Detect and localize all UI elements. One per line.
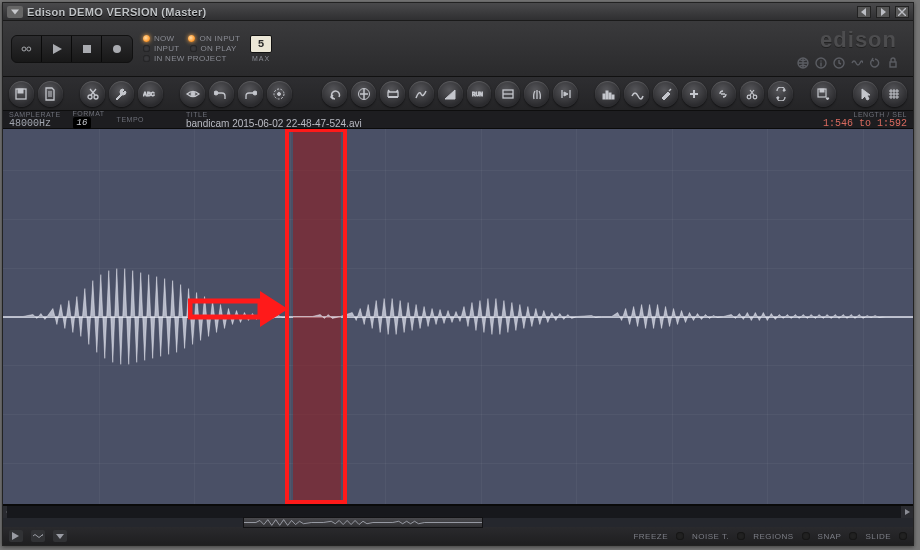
svg-rect-24 [612, 95, 614, 99]
svg-rect-21 [603, 94, 605, 99]
max-indicator: 5 MAX [250, 35, 272, 62]
tool-grid[interactable] [882, 81, 907, 107]
stop-button[interactable] [72, 36, 102, 62]
clock-icon[interactable] [833, 57, 845, 69]
tool-brush[interactable] [653, 81, 678, 107]
tool-eq[interactable] [624, 81, 649, 107]
lock-icon[interactable] [887, 57, 899, 69]
tool-cursor[interactable] [853, 81, 878, 107]
svg-text:ABC: ABC [143, 91, 155, 97]
format-field: FORMAT 16 [73, 110, 105, 129]
svg-rect-23 [609, 93, 611, 99]
svg-point-17 [278, 92, 281, 95]
tool-redo[interactable] [351, 81, 376, 107]
loop-button[interactable] [12, 36, 42, 62]
tool-link[interactable] [711, 81, 736, 107]
svg-rect-9 [18, 89, 23, 93]
overview-strip [3, 505, 913, 527]
tempo-field: TEMPO [117, 116, 144, 123]
window-title: Edison DEMO VERSION (Master) [27, 6, 207, 18]
status-dropdown-button[interactable] [53, 530, 67, 542]
radio-on-play[interactable] [190, 45, 197, 52]
slide-toggle[interactable] [899, 532, 907, 540]
svg-point-25 [747, 95, 751, 99]
brand-logo: edison [820, 27, 897, 53]
svg-point-14 [214, 91, 218, 95]
status-wave-button[interactable] [31, 530, 45, 542]
selection-field: LENGTH / SEL 1:546 to 1:592 [823, 111, 907, 129]
svg-point-3 [113, 45, 121, 53]
transport-group [11, 35, 133, 63]
overview-thumbnail[interactable] [243, 517, 483, 528]
wave-mini-icon[interactable] [851, 57, 863, 69]
radio-new-project[interactable] [143, 55, 150, 62]
tool-fade[interactable] [438, 81, 463, 107]
svg-point-0 [22, 47, 26, 51]
svg-point-15 [253, 91, 257, 95]
svg-point-26 [753, 95, 757, 99]
tool-scissors[interactable] [80, 81, 105, 107]
edison-window: Edison DEMO VERSION (Master) NOW ON INPU… [2, 2, 914, 546]
info-icon[interactable] [815, 57, 827, 69]
tool-eye[interactable] [180, 81, 205, 107]
tool-disk[interactable] [9, 81, 34, 107]
titlebar-menu-dropdown[interactable] [7, 6, 23, 18]
svg-point-1 [26, 47, 30, 51]
tool-horn-right[interactable] [238, 81, 263, 107]
titlebar-prev-button[interactable] [857, 6, 871, 18]
tool-horn-left[interactable] [209, 81, 234, 107]
radio-now[interactable] [143, 35, 150, 42]
close-button[interactable] [895, 6, 909, 18]
status-bar: FREEZE NOISE T. REGIONS SNAP SLIDE [3, 527, 913, 545]
tool-scissors2[interactable] [740, 81, 765, 107]
svg-rect-28 [820, 89, 824, 92]
tool-gate[interactable] [495, 81, 520, 107]
noise-toggle[interactable] [737, 532, 745, 540]
tool-spectrum[interactable] [595, 81, 620, 107]
control-strip: NOW ON INPUT INPUT ON PLAY IN NEW PROJEC… [3, 21, 913, 77]
svg-rect-2 [83, 45, 91, 53]
tool-plus[interactable] [682, 81, 707, 107]
record-mode-radios: NOW ON INPUT INPUT ON PLAY IN NEW PROJEC… [143, 34, 240, 63]
freeze-toggle[interactable] [676, 532, 684, 540]
svg-point-13 [191, 92, 195, 96]
tool-undo[interactable] [322, 81, 347, 107]
svg-rect-7 [890, 62, 896, 67]
tool-abc[interactable]: ABC [138, 81, 163, 107]
svg-rect-22 [606, 91, 608, 99]
svg-point-10 [88, 95, 92, 99]
tool-run[interactable]: RUN [467, 81, 492, 107]
regions-toggle[interactable] [802, 532, 810, 540]
tool-claw[interactable] [524, 81, 549, 107]
titlebar[interactable]: Edison DEMO VERSION (Master) [3, 3, 913, 21]
tool-wrench[interactable] [109, 81, 134, 107]
view-mini-icons [797, 57, 899, 69]
tool-swap[interactable] [768, 81, 793, 107]
status-play-button[interactable] [9, 530, 23, 542]
title-field: TITLE bandicam 2015-06-02 22-48-47-524.a… [186, 111, 362, 129]
play-button[interactable] [42, 36, 72, 62]
radio-on-input[interactable] [188, 35, 195, 42]
tool-target[interactable] [267, 81, 292, 107]
max-value[interactable]: 5 [250, 35, 272, 53]
globe-icon[interactable] [797, 57, 809, 69]
tool-file[interactable] [38, 81, 63, 107]
radio-input[interactable] [143, 45, 150, 52]
svg-point-11 [94, 95, 98, 99]
waveform-display[interactable] [3, 129, 913, 505]
scroll-right-button[interactable] [901, 506, 913, 518]
tool-loop-sel[interactable] [380, 81, 405, 107]
titlebar-next-button[interactable] [876, 6, 890, 18]
tool-play-region[interactable] [553, 81, 578, 107]
svg-text:RUN: RUN [472, 91, 483, 97]
rotate-icon[interactable] [869, 57, 881, 69]
snap-toggle[interactable] [849, 532, 857, 540]
samplerate-field: SAMPLERATE 48000Hz [9, 111, 61, 129]
tool-save-dropdown[interactable] [811, 81, 836, 107]
info-bar: SAMPLERATE 48000Hz FORMAT 16 TEMPO TITLE… [3, 111, 913, 129]
toolbar: ABC RUN [3, 77, 913, 111]
record-button[interactable] [102, 36, 132, 62]
tool-envelope[interactable] [409, 81, 434, 107]
waveform-path [3, 129, 913, 504]
